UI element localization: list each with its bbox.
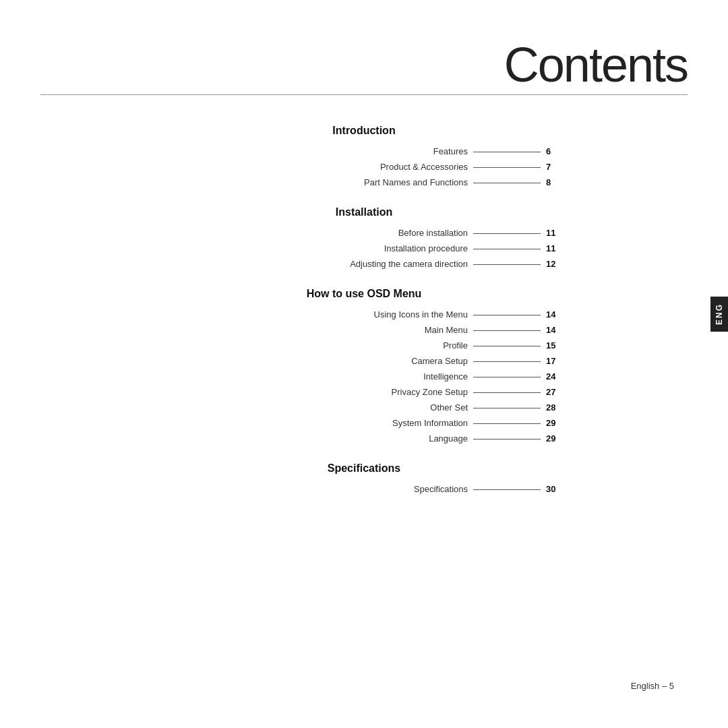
osd-menu-section: How to use OSD Menu Using Icons in the M… (169, 288, 559, 444)
toc-dots (473, 439, 541, 439)
page-title: Contents (40, 40, 688, 89)
installation-header: Installation (169, 206, 559, 218)
toc-profile-label: Profile (443, 340, 468, 351)
toc-dots (473, 249, 541, 249)
toc-accessories: Product & Accessories 7 (169, 162, 559, 172)
toc-dots (473, 264, 541, 265)
toc-dots (473, 392, 541, 393)
toc-dots (473, 346, 541, 346)
specifications-section: Specifications Specifications 30 (169, 462, 559, 494)
toc-dots (473, 315, 541, 315)
toc-part-names-label: Part Names and Functions (364, 177, 468, 187)
toc-features: Features 6 (169, 146, 559, 156)
footer-text: English – 5 (631, 681, 674, 691)
toc-dots (473, 167, 541, 168)
toc-dots (473, 408, 541, 408)
toc-using-icons: Using Icons in the Menu 14 (169, 309, 559, 320)
lang-tab: ENG (710, 297, 728, 332)
toc-dots (473, 152, 541, 152)
toc-system-info: System Information 29 (169, 418, 559, 428)
toc-intelligence-page: 24 (546, 371, 559, 382)
introduction-section: Introduction Features 6 Product & Access… (169, 125, 559, 187)
toc-dots (473, 489, 541, 490)
toc-system-info-page: 29 (546, 418, 559, 428)
toc-main-menu-label: Main Menu (425, 325, 468, 335)
page-container: Contents Introduction Features 6 Product… (0, 0, 728, 728)
toc-camera-setup-label: Camera Setup (411, 356, 468, 366)
toc-dots (473, 377, 541, 377)
toc-dots (473, 233, 541, 234)
toc-using-icons-label: Using Icons in the Menu (374, 309, 468, 320)
toc-main-menu-page: 14 (546, 325, 559, 335)
toc-accessories-label: Product & Accessories (380, 162, 468, 172)
title-section: Contents (40, 40, 688, 95)
toc-profile-page: 15 (546, 340, 559, 351)
content-area: Introduction Features 6 Product & Access… (169, 125, 559, 513)
toc-camera-setup: Camera Setup 17 (169, 356, 559, 366)
toc-profile: Profile 15 (169, 340, 559, 351)
installation-section: Installation Before installation 11 Inst… (169, 206, 559, 269)
specifications-header: Specifications (169, 462, 559, 475)
toc-installation-procedure-label: Installation procedure (384, 243, 468, 253)
toc-dots (473, 183, 541, 183)
toc-intelligence-label: Intelligence (423, 371, 468, 382)
toc-camera-direction: Adjusting the camera direction 12 (169, 259, 559, 269)
toc-before-installation-page: 11 (546, 228, 559, 238)
toc-intelligence: Intelligence 24 (169, 371, 559, 382)
osd-menu-header: How to use OSD Menu (169, 288, 559, 300)
toc-other-set: Other Set 28 (169, 402, 559, 413)
toc-system-info-label: System Information (392, 418, 468, 428)
toc-specifications-page: 30 (546, 484, 559, 494)
toc-accessories-page: 7 (546, 162, 559, 172)
title-divider (40, 94, 688, 95)
toc-specifications: Specifications 30 (169, 484, 559, 494)
toc-camera-direction-label: Adjusting the camera direction (350, 259, 468, 269)
toc-installation-procedure: Installation procedure 11 (169, 243, 559, 253)
toc-part-names: Part Names and Functions 8 (169, 177, 559, 187)
toc-privacy-zone-label: Privacy Zone Setup (392, 387, 468, 397)
toc-camera-direction-page: 12 (546, 259, 559, 269)
toc-part-names-page: 8 (546, 177, 559, 187)
toc-before-installation-label: Before installation (398, 228, 468, 238)
toc-privacy-zone: Privacy Zone Setup 27 (169, 387, 559, 397)
toc-main-menu: Main Menu 14 (169, 325, 559, 335)
toc-before-installation: Before installation 11 (169, 228, 559, 238)
toc-dots (473, 361, 541, 362)
toc-installation-procedure-page: 11 (546, 243, 559, 253)
toc-language-page: 29 (546, 433, 559, 444)
toc-specifications-label: Specifications (414, 484, 468, 494)
toc-dots (473, 330, 541, 331)
toc-using-icons-page: 14 (546, 309, 559, 320)
toc-features-label: Features (433, 146, 468, 156)
toc-language-label: Language (429, 433, 468, 444)
introduction-header: Introduction (169, 125, 559, 137)
toc-dots (473, 423, 541, 424)
toc-other-set-label: Other Set (430, 402, 468, 413)
toc-features-page: 6 (546, 146, 559, 156)
toc-language: Language 29 (169, 433, 559, 444)
toc-privacy-zone-page: 27 (546, 387, 559, 397)
toc-camera-setup-page: 17 (546, 356, 559, 366)
toc-other-set-page: 28 (546, 402, 559, 413)
